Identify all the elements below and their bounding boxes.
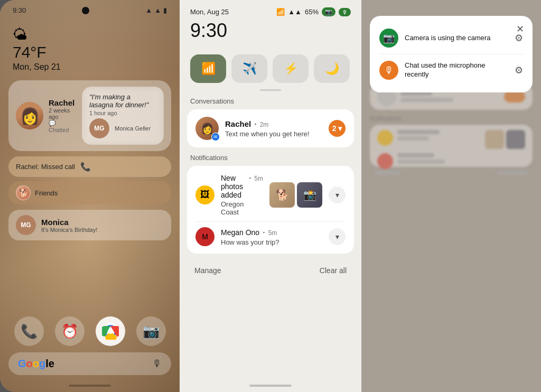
quick-toggles: 📶 ✈️ ⚡ 🌙	[180, 46, 361, 89]
friends-label: Friends	[35, 189, 58, 197]
chat-icon-small: 💬	[49, 120, 56, 126]
mic-settings-icon[interactable]: ⚙	[515, 64, 523, 76]
monica-widget-info: Monica It's Monica's Birthday!	[41, 218, 97, 233]
notif-card-divider	[195, 221, 346, 222]
rachel-notif-avatar: 👩 ✉	[195, 117, 219, 140]
friend-photo-1: 🐕	[16, 185, 31, 200]
quote-text: "I'm making a lasagna for dinner!"	[89, 93, 156, 109]
manage-button[interactable]: Manage	[194, 266, 221, 275]
rachel-notif-time: 2m	[260, 121, 269, 128]
megan-notif-message: How was your trip?	[221, 238, 322, 246]
google-g-logo: Google	[18, 358, 54, 370]
notifications-label: Notifications	[180, 154, 361, 166]
rachel-status: 💬 Chatted	[49, 120, 77, 133]
rachel-chat-widget[interactable]: Rachel 2 weeks ago 💬 Chatted "I'm making…	[8, 80, 171, 151]
rachel-conversation-card[interactable]: 👩 ✉ Rachel · 2m Text me when you get her…	[187, 109, 354, 147]
monica-mini: MG Monica Geller	[89, 118, 156, 138]
mic-permission-text: Chat used the microphone recently	[405, 61, 508, 79]
camera-app[interactable]: 📷	[136, 316, 166, 346]
wifi-icon: ▲	[145, 6, 152, 14]
permission-dialog-panel: Conversations Notifications	[361, 0, 541, 392]
battery-icon: ▮	[163, 6, 167, 14]
notif-wifi-icon: 📶	[276, 8, 285, 16]
missed-call-widget[interactable]: Rachel: Missed call 📞	[8, 156, 171, 177]
photos-notification-card[interactable]: 🖼 New photos added · 5m Oregon Coast 🐕 📸…	[187, 166, 354, 254]
notif-battery-text: 65%	[305, 8, 319, 16]
weather-widget: 🌤 74°F Mon, Sep 21	[8, 17, 171, 74]
friends-widget[interactable]: 🐕 Friends	[8, 181, 171, 204]
camera-permission-text: Camera is using the camera	[405, 34, 508, 43]
home-status-bar: 9:30 ▲ ▲ ▮	[8, 0, 171, 17]
mic-status-pill: 🎙	[339, 8, 351, 16]
rachel-expand-button[interactable]: 2 ▾	[329, 120, 346, 137]
notif-clock: 9:30	[180, 20, 361, 46]
photos-expand-button[interactable]: ▾	[329, 186, 346, 203]
bg-notifications-label: Notifications	[370, 115, 533, 122]
rachel-name: Rachel	[49, 98, 77, 107]
shade-divider	[260, 89, 281, 91]
notif-status-bar: Mon, Aug 25 📶 ▲▲ 65% 📷 🎙	[180, 0, 361, 20]
notification-footer: Manage Clear all	[180, 258, 361, 280]
signal-icon: ▲	[154, 6, 161, 14]
camera-permission-row: 📷 Camera is using the camera ⚙	[379, 24, 523, 52]
notif-signal-icon: ▲▲	[288, 8, 302, 16]
quote-widget[interactable]: "I'm making a lasagna for dinner!" 1 hou…	[82, 87, 164, 145]
camera-status-pill: 📷	[322, 7, 335, 16]
mic-permission-icon: 🎙	[379, 61, 398, 80]
home-indicator	[69, 385, 111, 387]
permission-dialog-box: ✕ 📷 Camera is using the camera ⚙ 🎙 Chat …	[370, 16, 533, 92]
voice-search-icon[interactable]: 🎙	[152, 358, 162, 369]
photos-notif-title: New photos added	[221, 174, 246, 199]
gmail-app-icon: M	[195, 227, 214, 246]
monica-birthday-widget[interactable]: MG Monica It's Monica's Birthday!	[8, 210, 171, 240]
clock-app[interactable]: ⏰	[55, 316, 85, 346]
search-bar[interactable]: Google 🎙	[8, 352, 171, 375]
megan-notif-time: 5m	[268, 229, 277, 237]
chrome-app[interactable]	[96, 316, 125, 346]
phone-app[interactable]: 📞	[14, 316, 44, 346]
conversations-label: Conversations	[180, 97, 361, 109]
notification-shade: Mon, Aug 25 📶 ▲▲ 65% 📷 🎙 9:30 📶 ✈️ ⚡ 🌙 C…	[180, 0, 361, 392]
home-screen: 9:30 ▲ ▲ ▮ 🌤 74°F Mon, Sep 21 Rachel	[0, 0, 180, 392]
bullet-sep-3: ·	[263, 228, 265, 237]
mic-permission-row: 🎙 Chat used the microphone recently ⚙	[379, 57, 523, 84]
photos-app-icon: 🖼	[195, 185, 214, 204]
rachel-avatar	[16, 102, 43, 129]
phone-icon: 📞	[80, 162, 91, 172]
weather-date: Mon, Sep 21	[13, 62, 167, 72]
dock-apps-row: 📞 ⏰ 📷	[8, 316, 171, 346]
camera-dot	[82, 7, 89, 14]
weather-icon: 🌤	[13, 26, 167, 43]
rachel-notif-content: Rachel · 2m Text me when you get here!	[225, 119, 322, 138]
wifi-toggle[interactable]: 📶	[190, 54, 226, 83]
bullet-sep-2: ·	[249, 173, 251, 183]
quote-time: 1 hour ago	[89, 110, 156, 116]
clear-all-button[interactable]: Clear all	[320, 266, 347, 275]
message-app-badge: ✉	[211, 133, 220, 141]
camera-permission-icon: 📷	[379, 29, 398, 48]
notif-home-indicator	[249, 385, 292, 387]
do-not-disturb-toggle[interactable]: 🌙	[314, 54, 350, 83]
friends-photos: 🐕	[16, 185, 31, 200]
app-dock: 📞 ⏰ 📷 Google �	[8, 311, 171, 381]
rachel-sub: 2 weeks ago	[49, 107, 77, 120]
photos-thumbnails: 🐕 📸	[269, 182, 322, 208]
svg-point-2	[108, 329, 113, 334]
bullet-separator: ·	[254, 119, 256, 129]
monica-name: Monica Geller	[115, 125, 151, 132]
airplane-toggle[interactable]: ✈️	[231, 54, 267, 83]
dialog-close-button[interactable]: ✕	[516, 23, 524, 35]
photo-thumb-1: 🐕	[269, 182, 295, 208]
rachel-notif-message: Text me when you get here!	[225, 130, 322, 138]
photo-thumb-2: 📸	[297, 182, 322, 208]
missed-call-text: Rachel: Missed call	[16, 163, 75, 171]
weather-temp: 74°F	[13, 43, 167, 61]
monica-widget-sub: It's Monica's Birthday!	[41, 227, 97, 233]
monica-widget-name: Monica	[41, 218, 97, 227]
monica-avatar: MG	[16, 215, 36, 235]
rachel-widget-info: Rachel 2 weeks ago 💬 Chatted	[49, 98, 77, 133]
battery-saver-toggle[interactable]: ⚡	[273, 54, 309, 83]
photos-notif-subtitle: Oregon Coast	[221, 200, 263, 216]
megan-expand-button[interactable]: ▾	[329, 228, 346, 245]
photos-notif-time: 5m	[254, 175, 263, 182]
